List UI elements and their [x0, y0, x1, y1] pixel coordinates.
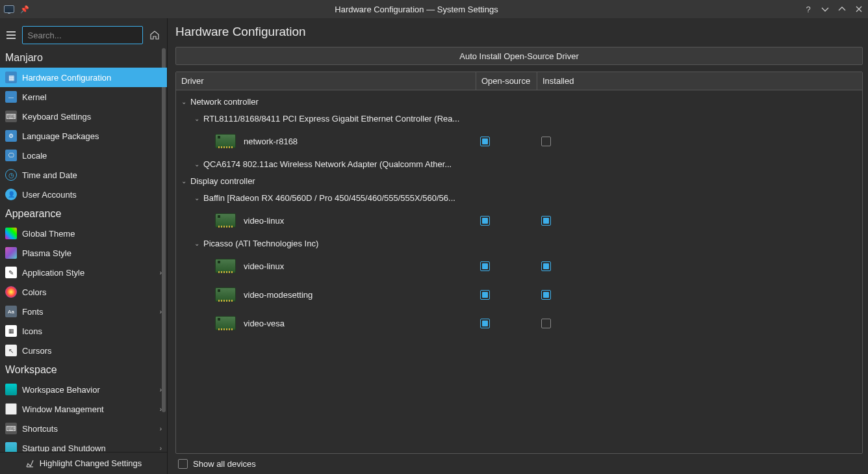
column-installed[interactable]: Installed: [537, 72, 862, 90]
sidebar-item-workspace-behavior[interactable]: Workspace Behavior›: [0, 380, 167, 399]
sidebar-item-label: Kernel: [22, 92, 162, 102]
sidebar-item-startup-and-shutdown[interactable]: Startup and Shutdown›: [0, 438, 167, 452]
show-all-row: Show all devices: [175, 454, 863, 469]
opensource-checkbox[interactable]: [480, 290, 490, 300]
chevron-right-icon: ›: [160, 445, 162, 452]
device-label: Picasso (ATI Technologies Inc): [203, 239, 318, 248]
device-row[interactable]: ⌄Baffin [Radeon RX 460/560D / Pro 450/45…: [176, 193, 476, 203]
close-icon[interactable]: [854, 4, 864, 14]
column-driver[interactable]: Driver: [176, 72, 476, 90]
driver-name: video-linux: [244, 261, 284, 271]
plasma-icon: [5, 247, 17, 259]
driver-row[interactable]: network-r8168: [176, 134, 476, 148]
chevron-down-icon[interactable]: ⌄: [193, 115, 201, 122]
opensource-checkbox[interactable]: [480, 137, 490, 146]
window-title: Hardware Configuration — System Settings: [30, 5, 803, 14]
search-input[interactable]: [22, 26, 143, 44]
chevron-right-icon: ›: [160, 406, 162, 413]
driver-row[interactable]: video-linux: [176, 213, 476, 228]
ss-icon: [5, 442, 17, 452]
sidebar-item-label: User Accounts: [22, 190, 162, 200]
help-icon[interactable]: ?: [803, 4, 813, 14]
menu-icon[interactable]: [4, 28, 18, 42]
installed-checkbox[interactable]: [541, 290, 551, 300]
hardware-card-icon: [215, 213, 236, 228]
chevron-right-icon: ›: [160, 308, 162, 315]
sidebar-item-application-style[interactable]: Application Style›: [0, 263, 167, 282]
sidebar-item-user-accounts[interactable]: User Accounts: [0, 185, 167, 204]
driver-row[interactable]: video-modesetting: [176, 287, 476, 302]
sidebar-item-kernel[interactable]: Kernel: [0, 87, 167, 107]
highlight-changed-button[interactable]: Highlight Changed Settings: [0, 452, 167, 474]
locale-icon: [5, 150, 17, 161]
sidebar-list: ManjaroHardware ConfigurationKernelKeybo…: [0, 48, 167, 452]
device-row[interactable]: ⌄Picasso (ATI Technologies Inc): [176, 239, 476, 248]
sidebar-item-shortcuts[interactable]: Shortcuts›: [0, 419, 167, 438]
show-all-checkbox[interactable]: [178, 459, 188, 469]
titlebar-controls: ?: [803, 4, 864, 14]
sidebar: ManjaroHardware ConfigurationKernelKeybo…: [0, 18, 168, 474]
driver-name: video-vesa: [244, 319, 285, 328]
hardware-card-icon: [215, 259, 236, 273]
hardware-card-icon: [215, 316, 236, 330]
opensource-checkbox[interactable]: [480, 261, 490, 271]
chevron-down-icon[interactable]: ⌄: [193, 194, 201, 202]
sidebar-item-window-management[interactable]: Window Management›: [0, 399, 167, 419]
chevron-down-icon[interactable]: ⌄: [193, 240, 201, 247]
opensource-checkbox[interactable]: [480, 319, 490, 328]
sidebar-item-label: Application Style: [22, 268, 155, 278]
sidebar-item-language-packages[interactable]: Language Packages: [0, 126, 167, 146]
driver-row[interactable]: video-linux: [176, 259, 476, 273]
lang-icon: [5, 130, 17, 142]
sidebar-item-label: Time and Date: [22, 170, 162, 180]
device-label: QCA6174 802.11ac Wireless Network Adapte…: [203, 159, 452, 169]
installed-checkbox[interactable]: [541, 319, 551, 328]
device-label: RTL8111/8168/8411 PCI Express Gigabit Et…: [203, 114, 459, 124]
category-row[interactable]: ⌄Network controller: [176, 97, 476, 107]
device-row[interactable]: ⌄QCA6174 802.11ac Wireless Network Adapt…: [176, 159, 476, 169]
auto-install-button[interactable]: Auto Install Open-Source Driver: [175, 47, 863, 65]
sidebar-item-time-and-date[interactable]: Time and Date: [0, 165, 167, 185]
content-area: Hardware Configuration Auto Install Open…: [168, 18, 868, 474]
installed-checkbox[interactable]: [541, 137, 551, 146]
chevron-down-icon[interactable]: ⌄: [180, 178, 188, 185]
pin-icon[interactable]: 📌: [19, 4, 30, 14]
minimize-icon[interactable]: [820, 4, 830, 14]
sidebar-item-keyboard-settings[interactable]: Keyboard Settings: [0, 107, 167, 126]
sidebar-item-plasma-style[interactable]: Plasma Style: [0, 243, 167, 263]
sidebar-item-label: Locale: [22, 151, 162, 161]
sidebar-item-label: Fonts: [22, 307, 155, 317]
column-opensource[interactable]: Open-source: [476, 72, 537, 90]
home-button[interactable]: [147, 27, 163, 44]
sidebar-item-global-theme[interactable]: Global Theme: [0, 224, 167, 243]
colors-icon: [5, 286, 17, 298]
installed-checkbox[interactable]: [541, 216, 551, 226]
chevron-down-icon[interactable]: ⌄: [193, 161, 201, 168]
app-icon: [4, 4, 14, 14]
cursors-icon: [5, 345, 17, 356]
chevron-right-icon: ›: [160, 386, 162, 393]
sidebar-item-label: Global Theme: [22, 229, 162, 239]
sidebar-item-icons[interactable]: Icons: [0, 321, 167, 341]
opensource-checkbox[interactable]: [480, 216, 490, 226]
show-all-label: Show all devices: [193, 459, 256, 469]
page-title: Hardware Configuration: [175, 25, 863, 39]
category-row[interactable]: ⌄Display controller: [176, 176, 476, 186]
sidebar-item-colors[interactable]: Colors: [0, 282, 167, 302]
auto-install-label: Auto Install Open-Source Driver: [459, 51, 579, 61]
driver-name: video-modesetting: [244, 290, 313, 300]
sidebar-item-fonts[interactable]: Fonts›: [0, 302, 167, 321]
driver-row[interactable]: video-vesa: [176, 316, 476, 330]
sidebar-item-label: Icons: [22, 326, 162, 336]
chevron-down-icon[interactable]: ⌄: [180, 98, 188, 105]
maximize-icon[interactable]: [837, 4, 847, 14]
tree-body: ⌄Network controller⌄RTL8111/8168/8411 PC…: [176, 90, 862, 453]
chevron-right-icon: ›: [160, 425, 162, 432]
sidebar-item-locale[interactable]: Locale: [0, 146, 167, 165]
device-row[interactable]: ⌄RTL8111/8168/8411 PCI Express Gigabit E…: [176, 114, 476, 124]
installed-checkbox[interactable]: [541, 261, 551, 271]
sidebar-item-label: Startup and Shutdown: [22, 443, 155, 453]
fonts-icon: [5, 306, 17, 317]
sidebar-item-cursors[interactable]: Cursors: [0, 341, 167, 360]
sidebar-item-hardware-configuration[interactable]: Hardware Configuration: [0, 68, 167, 87]
